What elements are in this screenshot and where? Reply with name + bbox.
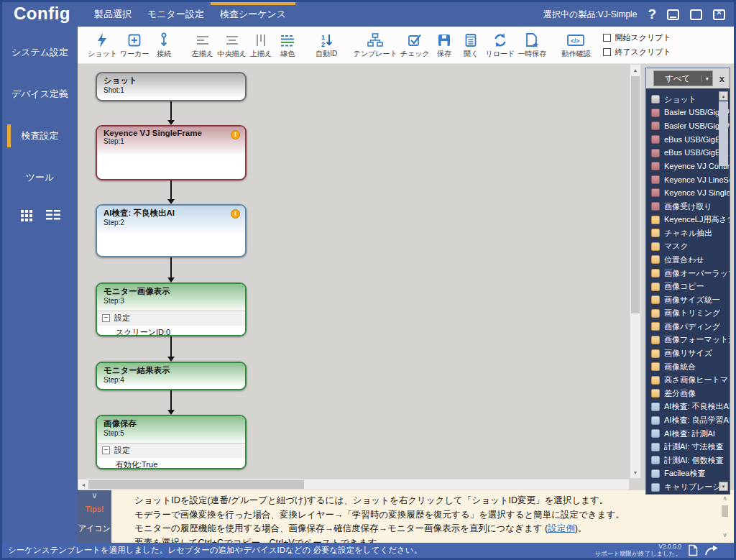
palette-item[interactable]: eBus USB/GigEカメラ xyxy=(651,133,730,147)
document-icon[interactable] xyxy=(687,544,699,556)
palette-item[interactable]: 画像フォーマット変換 xyxy=(651,334,730,347)
palette-item[interactable]: eBus USB/GigEカメラ xyxy=(651,146,730,160)
sequence-canvas[interactable]: ショット Shot:1 Keyence VJ SingleFrame Step:… xyxy=(78,64,631,479)
scrollbar-thumb[interactable] xyxy=(631,76,640,313)
chevron-down-icon[interactable]: ▾ xyxy=(702,75,712,82)
canvas-horizontal-scrollbar[interactable]: ◄ xyxy=(78,479,630,490)
start-script-checkbox[interactable]: 開始スクリプト xyxy=(603,32,671,43)
palette-item[interactable]: マスク xyxy=(651,240,730,254)
align-top-button[interactable]: 上揃え xyxy=(248,30,275,60)
scrollbar-thumb[interactable] xyxy=(719,101,728,166)
palette-item[interactable]: Keyence VJ LineScan xyxy=(651,173,730,187)
checkbox-icon xyxy=(603,34,611,42)
palette-item[interactable]: 画像リサイズ xyxy=(651,346,730,360)
palette-item[interactable]: 画像トリミング xyxy=(651,307,730,321)
help-icon[interactable]: ? xyxy=(648,6,656,22)
palette-item[interactable]: 画像受け取り xyxy=(651,200,730,214)
palette-item[interactable]: 計測AI: 寸法検査 xyxy=(651,440,730,454)
auto-id-button[interactable]: 12 自動ID xyxy=(313,30,340,60)
collapse-chevron-icon[interactable]: ∨ xyxy=(91,490,98,500)
palette-item[interactable]: Basler USB/GigEカメラ xyxy=(651,119,730,133)
palette-item[interactable]: 画像統合 xyxy=(651,360,730,374)
collapse-minus-icon[interactable]: − xyxy=(102,446,110,454)
scroll-down-icon[interactable]: ▼ xyxy=(719,482,728,491)
worker-button[interactable]: ワーカー xyxy=(119,30,150,60)
collapse-minus-icon[interactable]: − xyxy=(102,314,110,322)
end-script-checkbox[interactable]: 終了スクリプト xyxy=(603,47,671,58)
tips-scrollbar[interactable]: ∧ ∨ xyxy=(719,495,730,540)
palette-item[interactable]: 画像コピー xyxy=(651,280,730,293)
scroll-down-icon[interactable]: ▼ xyxy=(630,467,640,478)
close-icon[interactable] xyxy=(713,9,725,20)
palette-item-icon xyxy=(651,322,660,331)
menu-inspection-sequence[interactable]: 検査シーケンス xyxy=(212,2,294,27)
tab-tips[interactable]: Tips! xyxy=(85,505,104,513)
share-arrow-icon[interactable] xyxy=(704,545,718,556)
category-filter-dropdown[interactable]: すべて ▾ xyxy=(653,70,713,86)
sidebar-item-tools[interactable]: ツール xyxy=(2,162,78,193)
scrollbar-thumb[interactable] xyxy=(722,505,728,517)
connect-button[interactable]: 接続 xyxy=(150,30,177,60)
scrollbar-thumb[interactable] xyxy=(88,480,304,489)
check-button[interactable]: チェック xyxy=(399,30,431,60)
palette-item[interactable]: 差分画像 xyxy=(651,387,730,400)
menu-monitor-settings[interactable]: モニター設定 xyxy=(139,2,212,27)
scroll-down-icon[interactable]: ∨ xyxy=(719,531,730,540)
scroll-up-icon[interactable]: ▲ xyxy=(719,91,728,101)
node-monitor-image-display[interactable]: モニター画像表示 Step:3 − 設定 スクリーンID:0 xyxy=(96,283,247,336)
sidebar-item-device-definition[interactable]: デバイス定義 xyxy=(2,78,78,110)
sidebar-item-system-settings[interactable]: システム設定 xyxy=(2,37,78,68)
node-keyence-vj-singleframe[interactable]: Keyence VJ SingleFrame Step:1 ! xyxy=(96,125,247,180)
palette-item-icon xyxy=(651,295,660,304)
align-center-button[interactable]: 中央揃え xyxy=(216,30,247,60)
tab-icons[interactable]: アイコン xyxy=(78,523,111,534)
palette-item-icon xyxy=(651,109,660,117)
palette-item[interactable]: 高さ画像ヒートマップ変換 xyxy=(651,373,730,387)
checkbox-icon xyxy=(603,48,611,56)
palette-item[interactable]: AI検査: 不良検出AI xyxy=(651,400,730,414)
settings-example-link[interactable]: 設定例 xyxy=(548,523,575,533)
line-color-button[interactable]: 線色 xyxy=(275,30,301,60)
canvas-vertical-scrollbar[interactable]: ▲ ▼ xyxy=(630,64,641,479)
palette-item[interactable]: 計測AI: 個数検査 xyxy=(651,454,730,467)
scroll-up-icon[interactable]: ∧ xyxy=(719,495,730,503)
menu-product-select[interactable]: 製品選択 xyxy=(86,2,139,27)
temp-save-button[interactable]: 一時保存 xyxy=(516,30,548,60)
node-ai-defect-inspection[interactable]: AI検査: 不良検出AI Step:2 ! xyxy=(96,204,247,257)
panel-close-button[interactable]: x xyxy=(717,73,727,84)
align-left-button[interactable]: 左揃え xyxy=(189,30,216,60)
palette-item[interactable]: AI検査: 良品学習AI xyxy=(651,413,730,427)
palette-item[interactable]: 位置合わせ xyxy=(651,253,730,267)
reload-button[interactable]: リロード xyxy=(484,30,517,60)
maximize-icon[interactable] xyxy=(690,9,702,20)
scroll-left-icon[interactable]: ◄ xyxy=(78,482,88,487)
palette-item[interactable]: キャリブレーション xyxy=(651,480,730,494)
palette-item[interactable]: Basler USB/GigEカメラ xyxy=(651,106,730,120)
palette-item[interactable]: 画像オーバーラップ xyxy=(651,267,730,280)
sidebar-item-inspection-settings[interactable]: 検査設定 xyxy=(2,120,78,152)
node-monitor-result-display[interactable]: モニター結果表示 Step:4 xyxy=(96,362,247,390)
palette-item[interactable]: AI検査: 計測AI xyxy=(651,427,730,441)
palette-item[interactable]: チャネル抽出 xyxy=(651,226,730,240)
flow-arrow xyxy=(170,336,172,357)
node-subtitle: Step:4 xyxy=(104,376,239,384)
palette-item-label: チャネル抽出 xyxy=(664,228,712,239)
palette-item[interactable]: KeyenceLJ用高さデータ xyxy=(651,213,730,226)
palette-item[interactable]: Keyence VJ SingleFrame xyxy=(651,186,730,200)
open-button[interactable]: 開く xyxy=(458,30,484,60)
palette-item[interactable]: ショット xyxy=(651,93,730,106)
palette-item[interactable]: 画像サイズ統一 xyxy=(651,293,730,307)
node-image-save[interactable]: 画像保存 Step:5 − 設定 有効化:True xyxy=(96,415,247,469)
palette-item[interactable]: 画像パディング xyxy=(651,320,730,334)
shot-button[interactable]: ショット xyxy=(86,30,119,60)
template-button[interactable]: テンプレート xyxy=(352,30,399,60)
palette-item[interactable]: Facilea検査 xyxy=(651,467,730,481)
list-view-icon[interactable] xyxy=(46,209,60,222)
scroll-up-icon[interactable]: ▲ xyxy=(630,65,640,75)
node-shot[interactable]: ショット Shot:1 xyxy=(96,72,247,101)
minimize-icon[interactable] xyxy=(667,9,679,20)
run-check-button[interactable]: </> 動作確認 xyxy=(560,30,592,60)
palette-item[interactable]: Keyence VJ Continuous xyxy=(651,160,730,173)
grid-view-icon[interactable] xyxy=(20,209,33,222)
save-button[interactable]: 保存 xyxy=(431,30,458,60)
